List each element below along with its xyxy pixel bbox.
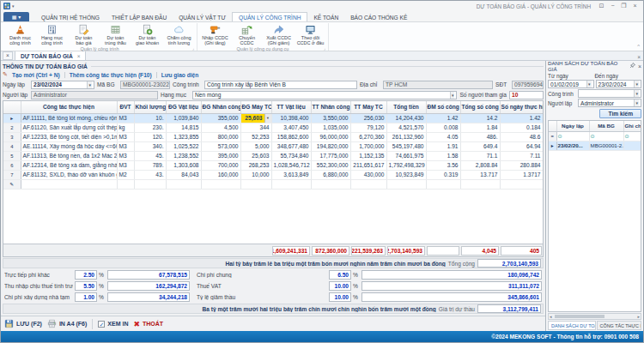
grid-cell-empty[interactable] [386, 179, 426, 189]
grid-cell-dvt[interactable]: M3 [117, 151, 134, 160]
grid-cell-tsc[interactable]: 649.4 [460, 141, 500, 151]
grid-cell-ttmay[interactable]: 211,651,617 [350, 160, 386, 170]
grid-cell-ttnc[interactable]: 17,775,000 [311, 151, 350, 160]
maximize-button[interactable]: ❐ [618, 2, 629, 10]
grid-col-ttvl[interactable]: TT Vật liệu [271, 101, 311, 113]
ribbon-tab-6[interactable]: BÁO CÁO THỐNG KÊ [344, 13, 413, 21]
app-menu-button[interactable]: ▦▾ [3, 12, 29, 21]
ribbon-tab-4[interactable]: QUẢN LÝ CÔNG TRÌNH [232, 12, 307, 21]
grid-cell-kl[interactable]: 120. [134, 132, 166, 141]
grid-cell-dgnc[interactable]: 395,000 [201, 151, 240, 160]
quote-list-row[interactable]: ▸ 23/02/20... MBG00001-2... [549, 141, 641, 150]
search-button[interactable]: Tìm kiếm [599, 109, 641, 118]
ribbon-tab-2[interactable]: THIẾT LẬP BAN ĐẦU [106, 13, 173, 21]
scroll-right-icon[interactable]: ▸ [637, 314, 640, 319]
col-ngay-lap[interactable]: Ngày lập [556, 121, 589, 131]
grid-cell-dgmay[interactable]: 5,000 [240, 141, 271, 151]
grid-cell-dgmay[interactable]: 25,603▾ [240, 113, 271, 123]
table-row[interactable]: 3AF.12233, Bê tông cột, tiết diện >0,1m2… [3, 132, 543, 141]
grid-cell-empty[interactable] [134, 179, 166, 189]
ribbon-tab-5[interactable]: KẾ TOÁN [307, 13, 344, 21]
grid-cell-dgvl[interactable]: 1,039,840 [166, 113, 201, 123]
grid-col-dvt[interactable]: ĐVT [117, 101, 134, 113]
pin-icon[interactable] [629, 62, 636, 70]
grid-cell-sn[interactable]: 64.94 [500, 141, 543, 151]
grid-cell-dgvl[interactable]: 1,025,522 [166, 141, 201, 151]
percent-input[interactable]: 1.00 [75, 292, 97, 302]
grid-scroll-area[interactable]: Công tác thực hiệnĐVTKhối lượngĐG Vật li… [3, 101, 543, 244]
ribbon-button-export-arrow[interactable]: Xuất CCDC(Ghi giảm) [263, 23, 295, 45]
ribbon-collapse-icon[interactable]: ^ [637, 44, 640, 49]
dialog-launcher-icon[interactable]: ⌟ [324, 46, 325, 51]
scrollbar-thumb[interactable] [555, 315, 605, 318]
new-row[interactable]: ✎ [3, 179, 543, 189]
ribbon-button-transfer-grid[interactable]: ChuyểnCCDC [231, 23, 263, 45]
grid-cell-tt[interactable]: 74,661,975 [386, 151, 426, 160]
cell-ma-bg[interactable]: MBG00001-2... [589, 141, 623, 150]
table-row[interactable]: 2AF.61120, Sản xuất lắp dựng cốt thép m.… [3, 123, 543, 132]
grid-col-sn[interactable]: Số ngày thực hiện [500, 101, 543, 113]
grid-cell-empty[interactable] [460, 179, 500, 189]
grid-cell-empty[interactable] [426, 179, 460, 189]
table-row[interactable]: 6AF.12314, Bê tông xà dầm, giằng nhà, đ.… [3, 160, 543, 170]
grid-cell-dgvl[interactable]: 84,043 [166, 170, 201, 179]
grid-cell-ttnc[interactable]: 552,300,000 [311, 160, 350, 170]
grid-cell-sn[interactable]: 0.184 [500, 123, 543, 132]
grid-cell-dvt[interactable]: M3 [117, 113, 134, 123]
percent-input[interactable]: 10.00 [329, 292, 351, 302]
grid-cell-dm[interactable]: 1.42 [426, 113, 460, 123]
grid-cell-dgnc[interactable]: 800,000 [201, 132, 240, 141]
grid-cell-tsc[interactable]: 1.84 [460, 123, 500, 132]
grid-cell-tt[interactable]: 1,792,498,329 [386, 160, 426, 170]
grid-cell-ttvl[interactable]: 3,613,849 [271, 170, 311, 179]
table-row[interactable]: 7AF.81132, SXLD, tháo dỡ ván khuôn gỗ c.… [3, 170, 543, 179]
grid-cell-task[interactable]: AF.12233, Bê tông cột, tiết diện >0,1m2,… [21, 132, 117, 141]
grid-cell-tsc[interactable]: 14.2 [460, 113, 500, 123]
chevron-down-icon[interactable]: ▾ [87, 81, 92, 88]
grid-cell-sn[interactable]: 7.11 [500, 151, 543, 160]
grid-cell-task[interactable]: AF.81132, SXLD, tháo dỡ ván khuôn gỗ c..… [21, 170, 117, 179]
grid-cell-task[interactable]: AF.11111, Bê tông lót móng, chiều rộng .… [21, 113, 117, 123]
grid-cell-empty[interactable] [271, 179, 311, 189]
grid-cell-dgmay[interactable]: 52,253 [240, 132, 271, 141]
grid-cell-dgnc[interactable]: 4,500 [201, 123, 240, 132]
grid-col-task[interactable]: Công tác thực hiện [21, 101, 117, 113]
grid-cell-dgvl[interactable]: 1,323,855 [166, 132, 201, 141]
ribbon-button-doc-pencil[interactable]: Dự toánbáo giá [68, 23, 100, 45]
grid-cell-tt[interactable]: 545,197,480 [386, 141, 426, 151]
grid-cell-ttmay[interactable]: 79,120 [350, 123, 386, 132]
grid-cell-tt[interactable]: 14,204,430 [386, 113, 426, 123]
grid-cell-ttvl[interactable]: 1,028,546,712 [271, 160, 311, 170]
grid-cell-dm[interactable]: 1.91 [426, 141, 460, 151]
tabstrip-close-button[interactable]: × [637, 54, 641, 60]
grid-cell-ttmay[interactable]: 1,152,135 [350, 151, 386, 160]
grid-cell-dm[interactable]: 0.319 [426, 170, 460, 179]
grid-cell-dgvl[interactable]: 1,303,608 [166, 160, 201, 170]
grid-col-dm[interactable]: ĐM số công [426, 101, 460, 113]
horizontal-scrollbar[interactable]: ◂ ▸ [548, 313, 641, 320]
grid-cell-empty[interactable] [311, 179, 350, 189]
tab-cong-tac-thuc-hien[interactable]: CÔNG TÁC THỰC HIỆN [597, 321, 641, 330]
tu-ngay-field[interactable]: 01/02/2019 ▾ [548, 80, 594, 88]
grid-cell-kl[interactable]: 230. [134, 123, 166, 132]
exit-button[interactable]: ✖ THOÁT [133, 320, 163, 328]
grid-cell-sn[interactable]: 1.3717 [500, 170, 543, 179]
grid-cell-tt[interactable]: 10,923,849 [386, 170, 426, 179]
percent-input[interactable]: 5.50 [75, 281, 97, 291]
ribbon-button-monitor[interactable]: Theo dõiCCDC ở đâu [295, 23, 326, 45]
grid-cell-task[interactable]: AF.12314, Bê tông xà dầm, giằng nhà, đ..… [21, 160, 117, 170]
grid-cell-ttnc[interactable]: 3,550,000 [311, 113, 350, 123]
grid-cell-empty[interactable] [166, 179, 201, 189]
grid-cell-dm[interactable]: 4.05 [426, 132, 460, 141]
grid-cell-dvt[interactable]: kg [117, 123, 134, 132]
grid-cell-dgmay[interactable]: 10,000 [240, 170, 271, 179]
table-row[interactable]: 5AF.11313, Bê tông nền, đá 1x2 Mác 200M3… [3, 151, 543, 160]
grid-cell-kl[interactable]: 43. [134, 170, 166, 179]
grid-cell-tsc[interactable]: 13.717 [460, 170, 500, 179]
grid-cell-sn[interactable]: 1.42 [500, 113, 543, 123]
grid-cell-dgnc[interactable]: 573,000 [201, 141, 240, 151]
grid-cell-ttvl[interactable]: 158,862,600 [271, 132, 311, 141]
grid-cell-ttnc[interactable]: 194,820,000 [311, 141, 350, 151]
cong-trinh-filter-field[interactable]: ▾ [578, 89, 641, 98]
grid-cell-dgmay[interactable]: 268,253 [240, 160, 271, 170]
